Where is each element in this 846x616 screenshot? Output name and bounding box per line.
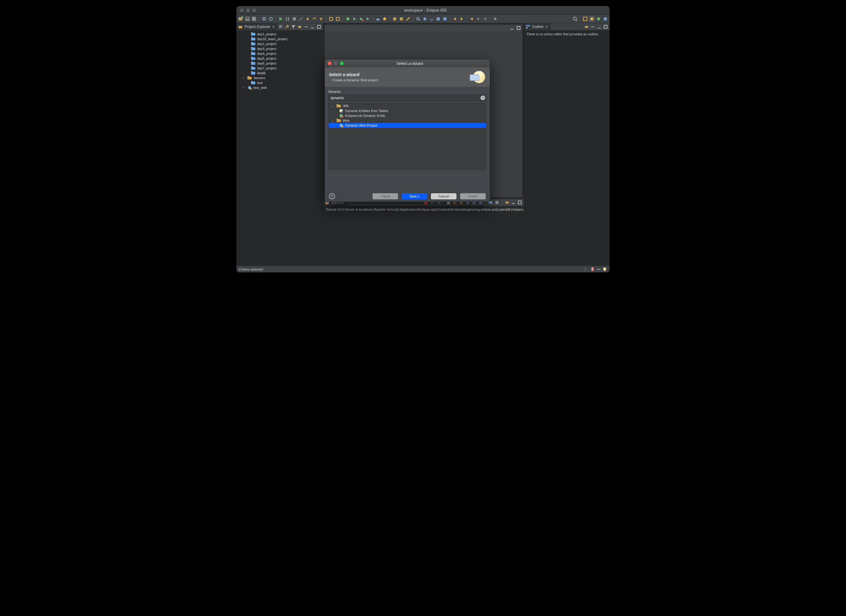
dialog-max-icon[interactable] (340, 62, 344, 65)
skip-breakpoints-button[interactable] (268, 16, 274, 22)
wizard-item[interactable]: Dynamic Entities from Tables (329, 108, 486, 113)
dialog-title: Select a wizard (347, 61, 473, 66)
traffic-min-icon[interactable] (246, 9, 250, 12)
minimize-view-button[interactable] (310, 24, 315, 29)
console-select-button[interactable] (504, 200, 510, 205)
close-icon[interactable]: × (545, 25, 548, 29)
svg-rect-48 (317, 25, 320, 28)
help-button[interactable]: ? (329, 193, 335, 199)
step-into-button[interactable] (305, 16, 311, 22)
quick-search-icon[interactable] (572, 16, 578, 22)
stop-button[interactable] (291, 16, 297, 22)
step-over-button[interactable] (311, 16, 317, 22)
next-button[interactable]: Next > (402, 193, 427, 199)
tree-item: ›Servers (236, 75, 323, 80)
new-button[interactable] (238, 16, 244, 22)
open-perspective-button[interactable] (582, 16, 588, 22)
svg-point-25 (423, 17, 426, 21)
outline-maximize-button[interactable] (603, 24, 608, 29)
wizard-tree[interactable]: ⌄JPA Dynamic Entities from Tables Eclips… (328, 103, 486, 170)
perspective-java-ee[interactable] (589, 16, 595, 22)
run-button[interactable] (351, 16, 358, 22)
status-bulb-icon[interactable] (602, 267, 607, 272)
toolbar-generic-3[interactable] (435, 16, 441, 22)
toolbar-generic-2[interactable] (335, 16, 341, 22)
prev-edit-button[interactable] (469, 16, 475, 22)
toolbar-wand-button[interactable] (405, 16, 411, 22)
traffic-max-icon[interactable] (252, 9, 256, 12)
chevron-down-icon[interactable]: ⌄ (330, 104, 335, 108)
svg-rect-5 (252, 17, 256, 21)
dialog-min-icon (334, 62, 338, 65)
explorer-focus-button[interactable] (297, 24, 303, 29)
toolbar-generic-1[interactable] (328, 16, 334, 22)
console-body[interactable] (323, 212, 524, 266)
run-last-button[interactable] (365, 16, 371, 22)
disconnect-button[interactable] (298, 16, 304, 22)
wizard-item-selected[interactable]: Dynamic Web Project (329, 123, 486, 128)
next-annotation-button[interactable] (475, 16, 482, 22)
save-button[interactable] (244, 16, 250, 22)
toolbar-globe-1[interactable] (382, 16, 388, 22)
toolbar-refresh-button[interactable] (429, 16, 435, 22)
resume-button[interactable] (278, 16, 284, 22)
editor-maximize-button[interactable] (516, 25, 521, 31)
chevron-right-icon[interactable]: › (242, 85, 245, 90)
status-tip-icon[interactable] (590, 267, 595, 272)
traffic-close-icon[interactable] (240, 9, 244, 12)
svg-marker-42 (292, 25, 295, 29)
outline-tab[interactable]: Outline × (524, 23, 551, 31)
project-tree[interactable]: day1_project day10_team_project day2_pro… (236, 31, 323, 91)
link-editor-button[interactable] (284, 24, 290, 29)
outline-menu-button[interactable] (590, 24, 596, 29)
project-explorer-tab[interactable]: Project Explorer × (236, 23, 278, 31)
console-generic-1[interactable] (494, 200, 500, 205)
pause-button[interactable] (285, 16, 291, 22)
svg-rect-90 (528, 25, 530, 26)
status-handle[interactable] (584, 267, 586, 272)
bottom-minimize-button[interactable] (511, 200, 516, 205)
save-all-button[interactable] (251, 16, 257, 22)
chevron-right-icon[interactable]: › (242, 76, 245, 80)
wizard-filter-input[interactable] (328, 95, 486, 101)
perspective-java[interactable] (602, 16, 608, 22)
open-type-button[interactable] (398, 16, 404, 22)
wizard-item[interactable]: EclipseLink Dynamic Entity (329, 113, 486, 118)
tree-item: kktalk (236, 71, 323, 75)
chevron-down-icon[interactable]: ⌄ (330, 119, 335, 123)
perspective-debug[interactable] (596, 16, 602, 22)
maximize-view-button[interactable] (316, 24, 322, 29)
outline-focus-button[interactable] (584, 24, 589, 29)
svg-rect-66 (251, 71, 253, 72)
outline-view: Outline × There is no active editor that… (524, 23, 610, 266)
new-package-button[interactable] (392, 16, 398, 22)
prev-annotation-button[interactable] (482, 16, 488, 22)
search-button[interactable] (415, 16, 421, 22)
svg-point-44 (305, 26, 306, 27)
svg-rect-115 (336, 119, 338, 120)
pin-editor-button[interactable] (492, 16, 498, 22)
dialog-close-icon[interactable] (328, 62, 331, 65)
svg-rect-52 (251, 37, 253, 38)
close-icon[interactable]: × (272, 25, 275, 29)
status-menu-icon[interactable] (596, 267, 601, 272)
coverage-button[interactable] (358, 16, 364, 22)
svg-marker-32 (484, 17, 486, 21)
editor-minimize-button[interactable] (509, 25, 515, 31)
console-launch-text: Tomcat v9.0 Server at localhost [Apache … (323, 206, 524, 212)
toolbar-globe-2[interactable] (422, 16, 428, 22)
back-button[interactable] (452, 16, 458, 22)
clear-filter-button[interactable]: ✕ (480, 96, 485, 100)
toolbar-generic-4[interactable] (442, 16, 448, 22)
new-server-button[interactable] (375, 16, 381, 22)
outline-minimize-button[interactable] (596, 24, 602, 29)
view-menu-button[interactable] (303, 24, 309, 29)
debug-button[interactable] (345, 16, 351, 22)
collapse-all-button[interactable] (278, 24, 283, 29)
cancel-button[interactable]: Cancel (431, 193, 457, 199)
bottom-maximize-button[interactable] (517, 200, 523, 205)
step-return-button[interactable] (318, 16, 324, 22)
filter-button[interactable] (291, 24, 296, 29)
forward-button[interactable] (458, 16, 465, 22)
toggle-breadcrumb-button[interactable] (261, 16, 267, 22)
